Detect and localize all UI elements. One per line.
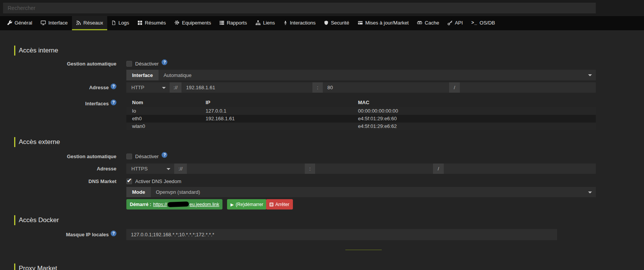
tab-interface[interactable]: Interface	[36, 16, 72, 30]
activer-dns-checkbox[interactable]	[126, 178, 132, 184]
dns-market-row: Activer DNS Jeedom	[126, 178, 181, 185]
gear-icon	[174, 20, 180, 25]
label-gestion-automatique-interne: Gestion automatique	[0, 61, 116, 67]
chevron-down-icon	[588, 191, 592, 193]
checkbox-label: Activer DNS Jeedom	[135, 178, 181, 184]
col-mac: MAC	[358, 98, 369, 107]
tab-label: Interactions	[290, 20, 315, 26]
wrench-icon	[7, 20, 12, 25]
help-icon[interactable]	[111, 83, 116, 89]
tab-label: Equipements	[182, 20, 211, 26]
label-dns-market: DNS Market	[0, 178, 116, 184]
slash-addon: /	[433, 164, 444, 174]
file-icon	[111, 20, 116, 25]
help-icon[interactable]	[111, 231, 116, 236]
play-icon	[230, 202, 234, 207]
label-interfaces: Interfaces	[0, 100, 116, 106]
tab-label: API	[455, 20, 463, 26]
interface-select[interactable]: Automatique	[159, 70, 596, 80]
label-adresse-interne: Adresse	[0, 82, 116, 93]
table-row-wlan0: wlan0 e4:5f:01:29:e6:62	[126, 123, 596, 130]
settings-tab-bar: Général Interface Réseaux Logs Résumés E…	[0, 16, 644, 30]
help-icon[interactable]	[162, 152, 167, 158]
sitemap-icon	[255, 20, 261, 25]
desactiver-externe-checkbox[interactable]	[126, 154, 132, 159]
grid-icon	[137, 20, 142, 25]
jeedom-network-settings-page: Général Interface Réseaux Logs Résumés E…	[0, 0, 644, 270]
tab-rapports[interactable]: Rapports	[215, 16, 251, 30]
port-input-interne[interactable]	[323, 82, 449, 93]
separator-addon: ://	[174, 164, 187, 174]
tab-api[interactable]: API	[443, 16, 467, 30]
tab-liens[interactable]: Liens	[251, 16, 279, 30]
tab-resumes[interactable]: Résumés	[133, 16, 170, 30]
chevron-down-icon	[167, 168, 170, 170]
network-settings-content: Accès interne Gestion automatique Désact…	[0, 30, 644, 270]
top-search-bar	[0, 0, 644, 16]
checkbox-label: Désactiver	[135, 61, 159, 67]
tab-equipements[interactable]: Equipements	[170, 16, 215, 30]
tab-label: Cache	[425, 20, 439, 26]
terminal-icon: >_	[471, 20, 477, 25]
tab-osdb[interactable]: >_ OS/DB	[467, 16, 499, 30]
tab-label: OS/DB	[480, 20, 495, 26]
scheme-select-externe[interactable]: HTTPS	[126, 164, 174, 174]
gestion-auto-interne-row: Désactiver	[126, 60, 167, 67]
tab-label: Logs	[118, 20, 129, 26]
vpn-status-text: Démarré :	[130, 202, 151, 207]
stop-icon	[270, 203, 273, 206]
divider	[345, 250, 382, 250]
tab-label: Mises à jour/Market	[365, 20, 409, 26]
label-masque-ip: Masque IP locales	[0, 229, 116, 240]
path-input-interne[interactable]	[460, 82, 596, 93]
table-row-lo: lo 127.0.0.1 00:00:00:00:00:00	[126, 107, 596, 115]
tab-label: Général	[15, 20, 32, 26]
port-input-externe[interactable]	[315, 164, 433, 174]
tab-label: Liens	[263, 20, 275, 26]
label-adresse-externe: Adresse	[0, 164, 116, 174]
restart-vpn-button[interactable]: (Re)démarrer	[227, 199, 266, 209]
tab-interactions[interactable]: Interactions	[279, 16, 320, 30]
interface-addon: Interface	[126, 70, 159, 80]
help-icon[interactable]	[162, 59, 167, 65]
tab-label: Interface	[48, 20, 68, 26]
drive-icon	[417, 20, 422, 25]
tab-label: Résumés	[145, 20, 166, 26]
checkbox-label: Désactiver	[135, 154, 159, 159]
redacted-scribble	[168, 201, 189, 207]
tab-securite[interactable]: Securité	[320, 16, 353, 30]
vpn-mode-select[interactable]: Openvpn (standard)	[151, 187, 596, 197]
path-input-externe[interactable]	[444, 164, 596, 174]
vpn-url-link[interactable]: https:// eu.jeedom.link	[153, 202, 219, 207]
interfaces-table-header: Nom IP MAC	[126, 98, 596, 107]
search-input[interactable]	[3, 3, 596, 13]
host-input-interne[interactable]	[181, 82, 312, 93]
mode-select-group: Mode Openvpn (standard)	[126, 187, 596, 197]
shield-icon	[324, 20, 329, 25]
section-title-acces-docker: Accès Docker	[14, 215, 59, 225]
section-title-acces-externe: Accès externe	[14, 137, 60, 147]
col-nom: Nom	[132, 98, 143, 107]
tab-logs[interactable]: Logs	[107, 16, 133, 30]
col-ip: IP	[206, 98, 210, 107]
tab-market[interactable]: Mises à jour/Market	[353, 16, 413, 30]
tab-reseaux[interactable]: Réseaux	[72, 16, 107, 30]
microphone-icon	[283, 20, 288, 25]
section-title-acces-interne: Accès interne	[14, 46, 58, 56]
desactiver-interne-checkbox[interactable]	[126, 61, 132, 67]
scheme-select-interne[interactable]: HTTP	[126, 82, 170, 93]
tab-cache[interactable]: Cache	[413, 16, 443, 30]
host-input-externe[interactable]	[187, 164, 305, 174]
desktop-icon	[41, 20, 46, 25]
tab-label: Réseaux	[83, 20, 103, 26]
help-icon[interactable]	[111, 100, 116, 105]
stop-vpn-button[interactable]: Arrêter	[266, 199, 293, 209]
masque-ip-input[interactable]	[126, 229, 557, 240]
tab-general[interactable]: Général	[3, 16, 36, 30]
chevron-down-icon	[588, 74, 592, 76]
label-gestion-automatique-externe: Gestion automatique	[0, 154, 116, 159]
table-row-eth0: eth0 192.168.1.61 e4:5f:01:29:e6:60	[126, 115, 596, 123]
adresse-externe-group: HTTPS :// : /	[126, 164, 596, 174]
section-title-proxy-market: Proxy Market	[14, 263, 57, 270]
adresse-interne-group: HTTP :// : /	[126, 82, 596, 93]
